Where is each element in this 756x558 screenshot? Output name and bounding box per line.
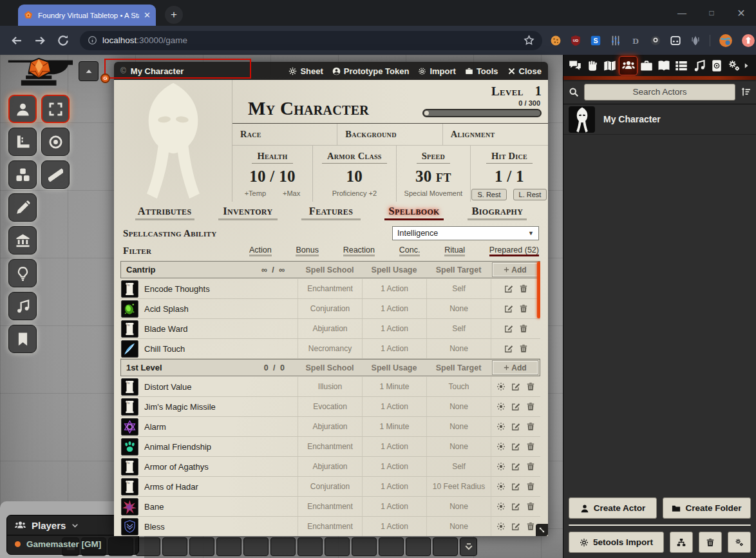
hotbar-slot[interactable]	[379, 537, 404, 556]
sidebar-tab-combat[interactable]	[583, 56, 601, 75]
section-slots[interactable]: ∞ / ∞	[261, 265, 292, 274]
scroll-spell-icon[interactable]: G	[121, 378, 138, 396]
field-race[interactable]: Race	[232, 124, 337, 145]
cookie-extension-icon[interactable]	[550, 35, 562, 46]
xp-text[interactable]: 0 / 300	[422, 99, 540, 107]
window-resize-handle[interactable]	[536, 524, 548, 536]
sidebar-tab-compendium[interactable]	[708, 56, 725, 75]
reload-icon[interactable]	[57, 34, 70, 47]
trash-icon[interactable]	[519, 344, 528, 353]
tool-ruler-square-button[interactable]	[8, 128, 37, 156]
spell-name[interactable]: Distort Value	[144, 382, 191, 392]
tab-features[interactable]: Features	[301, 205, 361, 220]
tab-biography[interactable]: Biography	[468, 205, 527, 220]
field-background[interactable]: Background	[337, 124, 442, 145]
hotbar-page-button[interactable]	[460, 537, 477, 556]
tab-close-icon[interactable]: ✕	[144, 10, 151, 20]
create-actor-button[interactable]: Create Actor	[569, 497, 657, 519]
stat-footer-label[interactable]: Special Movement	[404, 189, 463, 197]
forward-arrow-icon[interactable]	[33, 34, 46, 47]
profile-avatar[interactable]	[719, 34, 733, 48]
hotbar-slot[interactable]	[243, 537, 269, 556]
ublock-extension-icon[interactable]: UO	[570, 35, 581, 46]
hotbar-slot[interactable]	[216, 537, 241, 556]
edit-icon[interactable]	[511, 402, 520, 411]
tab-attributes[interactable]: Attributes	[135, 205, 194, 220]
tool-target-button[interactable]	[41, 128, 70, 156]
window-close-icon[interactable]: ✕	[726, 0, 756, 26]
edit-icon[interactable]	[504, 284, 513, 293]
scroll-spell-icon[interactable]: G	[121, 398, 138, 416]
spell-name[interactable]: Animal Friendship	[144, 442, 211, 452]
chill-spell-icon[interactable]	[121, 340, 138, 358]
import-button[interactable]: Import	[418, 66, 455, 76]
stat-footer-label[interactable]: +Max	[283, 189, 300, 197]
spell-row[interactable]: BlessEnchantment1 ActionNone	[120, 517, 540, 536]
scroll-spell-icon[interactable]: G	[121, 280, 138, 298]
spell-name[interactable]: Blade Ward	[144, 324, 187, 334]
back-arrow-icon[interactable]	[10, 34, 23, 47]
spell-row[interactable]: AlarmAbjuration1 MinuteNone	[120, 417, 540, 437]
tool-ruler-button[interactable]	[41, 160, 70, 189]
close-button[interactable]: Close	[507, 66, 542, 76]
tools-button[interactable]: Tools	[465, 66, 498, 76]
sidebar-collapse-button[interactable]	[743, 63, 753, 69]
hotbar-slot[interactable]	[406, 537, 431, 556]
bane-spell-icon[interactable]	[121, 498, 138, 515]
spell-name[interactable]: Acid Splash	[144, 304, 189, 314]
trash-icon[interactable]	[519, 284, 528, 293]
stat-footer-label[interactable]: Proficiency +2	[332, 189, 377, 197]
prototype-token-button[interactable]: Prototype Token	[332, 66, 410, 76]
hotbar-slot[interactable]	[162, 537, 187, 556]
hotbar-slot[interactable]	[298, 537, 323, 556]
toggle-prepared-icon[interactable]	[496, 442, 506, 451]
sidebar-tab-scenes[interactable]	[601, 56, 619, 75]
stat-value[interactable]: 10 / 10	[232, 168, 312, 186]
add-spell-button[interactable]: Add	[493, 263, 538, 276]
5etools-import-button[interactable]: 5etools Import	[569, 532, 664, 553]
actor-list-item[interactable]: My Character	[563, 104, 756, 135]
toggle-prepared-icon[interactable]	[496, 522, 506, 531]
window-titlebar[interactable]: © My Character G SheetPrototype TokenImp…	[114, 62, 548, 80]
settings-button[interactable]	[728, 532, 751, 553]
sidebar-tab-items[interactable]	[638, 56, 655, 75]
filter-bonus[interactable]: Bonus	[296, 245, 318, 256]
tab-spellbook[interactable]: Spellbook	[384, 205, 444, 220]
l-restbutton[interactable]: L. Rest	[513, 189, 547, 200]
search-actors-input[interactable]	[584, 84, 735, 101]
spell-name[interactable]: Arms of Hadar	[144, 482, 198, 492]
scrollbar-thumb[interactable]	[537, 262, 540, 318]
edit-icon[interactable]	[511, 502, 520, 511]
trash-icon[interactable]	[519, 324, 528, 333]
container-extension-icon[interactable]	[670, 35, 681, 46]
lens-extension-icon[interactable]	[650, 35, 661, 46]
hotbar-slot[interactable]	[325, 537, 350, 556]
stat-value[interactable]: 30 ft	[397, 168, 470, 186]
tool-user-button[interactable]	[8, 95, 37, 123]
toggle-prepared-icon[interactable]	[496, 382, 506, 391]
spell-name[interactable]: Encode Thoughts	[144, 284, 210, 294]
scroll-spell-icon[interactable]: G	[121, 320, 138, 338]
spell-name[interactable]: Bless	[144, 522, 165, 532]
spell-row[interactable]: Animal FriendshipEnchantment1 ActionNone	[120, 437, 540, 457]
sliders-extension-icon[interactable]	[610, 35, 621, 46]
stat-footer-label[interactable]: +Temp	[245, 189, 266, 197]
sidebar-tab-playlists[interactable]	[690, 56, 708, 75]
controls-collapse-button[interactable]	[79, 61, 99, 81]
toggle-prepared-icon[interactable]	[496, 422, 506, 431]
trash-icon[interactable]	[526, 382, 535, 391]
field-alignment[interactable]: Alignment	[443, 124, 548, 145]
hotbar-slot[interactable]	[433, 537, 458, 556]
edit-icon[interactable]	[511, 442, 520, 451]
info-icon[interactable]	[88, 35, 97, 45]
spell-row[interactable]: GArmor of AgathysAbjuration1 ActionSelf	[120, 457, 540, 477]
create-folder-button[interactable]: Create Folder	[663, 497, 751, 519]
tool-bookmark-button[interactable]	[8, 325, 37, 353]
toggle-prepared-icon[interactable]	[496, 462, 506, 471]
sheet-button[interactable]: Sheet	[288, 66, 323, 76]
edit-icon[interactable]	[511, 382, 520, 391]
trash-icon[interactable]	[519, 304, 528, 313]
paw-spell-icon[interactable]	[121, 438, 138, 456]
spell-row[interactable]: Acid SplashConjuration1 ActionNone	[120, 299, 540, 319]
update-browser-icon[interactable]	[741, 34, 755, 48]
